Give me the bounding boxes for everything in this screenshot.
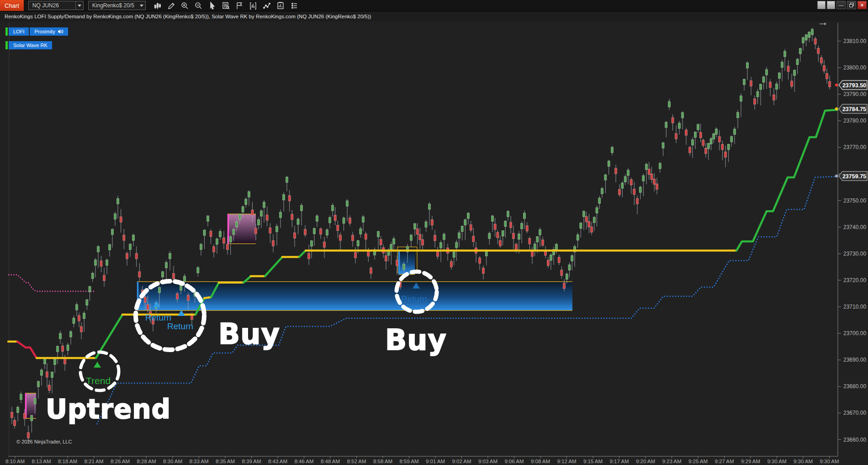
restore-icon <box>849 3 854 7</box>
instrument-value: NQ JUN26 <box>29 2 75 9</box>
data-box-icon[interactable] <box>221 1 232 10</box>
time-tick-label: 8:48 AM <box>321 459 340 464</box>
time-tick-label: 9:27 AM <box>715 459 734 464</box>
time-tick-label: 9:29 AM <box>741 459 760 464</box>
buy-label-1: Buy <box>218 317 280 351</box>
price-tick-label: 23710.00 <box>843 304 866 310</box>
proximity-button[interactable]: Proximity <box>30 27 68 36</box>
window-controls: — × <box>817 1 867 9</box>
indicator-status-bar <box>5 27 8 36</box>
time-tick-label: 9:23 AM <box>662 459 681 464</box>
time-tick-label: 8:26 AM <box>111 459 130 464</box>
time-tick-label: 9:30 AM <box>794 459 813 464</box>
ninjatrader-chart-window: { "toolbar": { "tab_label": "Chart", "in… <box>0 0 868 465</box>
layout-button-2[interactable] <box>827 1 835 9</box>
zoom-in-icon[interactable] <box>180 1 191 10</box>
price-tick-label: 23700.00 <box>843 330 866 337</box>
zoom-out-icon[interactable] <box>193 1 204 10</box>
price-tick-label: 23780.00 <box>843 118 866 124</box>
price-tick-label: 23770.00 <box>843 144 866 150</box>
price-marker-value: 23793.50 <box>842 82 866 89</box>
pan-right-arrow-icon[interactable]: → <box>817 16 828 28</box>
price-tick-label: 23750.00 <box>843 198 866 204</box>
copyright-text: © 2026 NinjaTrader, LLC <box>16 439 72 444</box>
time-tick-label: 8:18 AM <box>58 459 77 464</box>
return-annotation-label: Return <box>145 313 171 322</box>
return-annotation-label: Return <box>167 321 193 331</box>
time-tick-label: 8:21 AM <box>84 459 103 464</box>
restore-button[interactable] <box>847 1 856 9</box>
price-tick-label: 23660.00 <box>843 437 866 443</box>
time-tick-label: 9:15 AM <box>583 459 603 464</box>
properties-icon[interactable] <box>289 1 300 10</box>
toolbar: Chart NQ JUN26 KingRenko$ 20/5 — × <box>0 0 868 11</box>
buy-label-2: Buy <box>385 323 447 357</box>
solar-wave-button-label: Solar Wave RK <box>13 43 48 48</box>
series-dropdown[interactable]: KingRenko$ 20/5 <box>88 1 146 10</box>
drawing-line-icon[interactable] <box>262 1 273 10</box>
lofi-button[interactable]: LOFI <box>9 27 29 36</box>
time-tick-label: 8:10 AM <box>5 459 25 464</box>
time-tick-label: 8:28 AM <box>137 459 156 464</box>
chart-style-icon[interactable] <box>152 1 163 10</box>
price-tick-label: 23670.00 <box>843 410 866 416</box>
trend-annotation-label: Trend <box>86 375 111 386</box>
chart-title: RenkoKings LOFI Supply/Demand by RenkoKi… <box>0 11 868 21</box>
time-tick-label: 9:01 AM <box>426 459 445 464</box>
time-tick-label: 9:17 AM <box>609 459 629 464</box>
alert-icon[interactable] <box>234 1 245 10</box>
chart-canvas[interactable]: TrendReturnReturnReturnUptrendBuyBuy2381… <box>0 0 868 465</box>
indicator-button-row-2: Solar Wave RK <box>5 41 52 49</box>
time-tick-label: 9:30 AM <box>767 459 786 464</box>
cursor-icon[interactable] <box>207 1 218 10</box>
toolbar-icons <box>152 1 300 10</box>
price-tick-label: 23730.00 <box>843 251 866 257</box>
supply-zone-small <box>25 393 36 418</box>
return-annotation-label: Return <box>401 294 427 304</box>
time-tick-label: 8:59 AM <box>399 459 418 464</box>
price-tick-label: 23740.00 <box>843 224 866 230</box>
price-tick-label: 23720.00 <box>843 277 866 283</box>
instrument-dropdown[interactable]: NQ JUN26 <box>28 1 84 10</box>
price-tick-label: 23800.00 <box>843 64 866 71</box>
price-tick-label: 23690.00 <box>843 357 866 363</box>
speaker-icon <box>58 29 64 34</box>
close-button[interactable]: × <box>857 1 867 9</box>
time-tick-label: 8:39 AM <box>242 459 261 464</box>
chevron-down-icon[interactable] <box>75 1 83 10</box>
solar-wave-button[interactable]: Solar Wave RK <box>9 41 52 49</box>
time-tick-label: 8:43 AM <box>268 459 287 464</box>
indicator-status-bar <box>5 41 8 49</box>
chevron-down-icon[interactable] <box>138 1 145 10</box>
draw-icon[interactable] <box>166 1 177 10</box>
proximity-button-label: Proximity <box>34 29 55 34</box>
market-analyzer-icon[interactable] <box>275 1 286 10</box>
price-tick-label: 23790.00 <box>843 91 866 97</box>
time-tick-label: 9:06 AM <box>504 459 524 464</box>
uptrend-label: Uptrend <box>46 394 171 425</box>
chart-trader-icon[interactable] <box>248 1 259 10</box>
time-tick-label: 9:30 AM <box>820 459 839 464</box>
chart-tab[interactable]: Chart <box>0 0 24 11</box>
price-marker-value: 23759.75 <box>842 173 866 180</box>
price-tick-label: 23810.00 <box>843 38 866 44</box>
time-tick-label: 9:02 AM <box>452 459 471 464</box>
layout-button-1[interactable] <box>817 1 826 9</box>
time-tick-label: 8:46 AM <box>294 459 313 464</box>
time-tick-label: 8:33 AM <box>189 459 208 464</box>
indicator-button-row-1: LOFI Proximity <box>5 27 68 36</box>
price-marker-value: 23784.75 <box>842 106 866 112</box>
lofi-button-label: LOFI <box>13 29 24 34</box>
series-value: KingRenko$ 20/5 <box>89 2 138 9</box>
time-tick-label: 8:30 AM <box>163 459 182 464</box>
time-tick-label: 8:35 AM <box>216 459 235 464</box>
time-tick-label: 9:12 AM <box>557 459 576 464</box>
time-tick-label: 9:08 AM <box>531 459 550 464</box>
minimize-button[interactable]: — <box>836 1 846 9</box>
time-tick-label: 8:13 AM <box>32 459 51 464</box>
time-tick-label: 8:52 AM <box>347 459 366 464</box>
price-tick-label: 23680.00 <box>843 383 866 390</box>
time-tick-label: 9:25 AM <box>688 459 708 464</box>
time-tick-label: 9:20 AM <box>636 459 655 464</box>
time-tick-label: 9:03 AM <box>478 459 498 464</box>
